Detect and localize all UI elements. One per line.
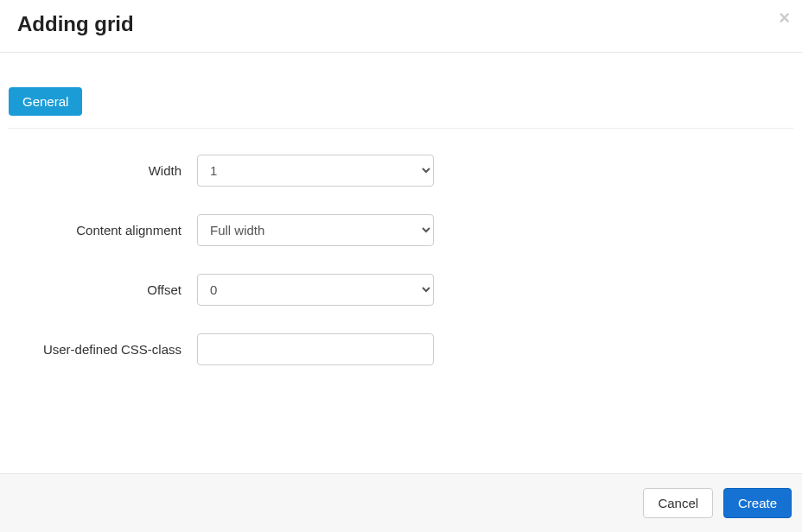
css-class-label: User-defined CSS-class (9, 342, 197, 357)
offset-select[interactable]: 0 (197, 274, 434, 306)
offset-label: Offset (9, 282, 197, 297)
tabs-bar: General (9, 61, 793, 129)
width-select[interactable]: 1 (197, 155, 434, 187)
content-alignment-select[interactable]: Full width (197, 214, 434, 246)
width-label: Width (9, 163, 197, 178)
css-class-input[interactable] (197, 333, 434, 365)
dialog-title: Adding grid (17, 12, 785, 36)
close-icon[interactable]: × (779, 9, 790, 28)
dialog-footer: Cancel Create (0, 473, 802, 532)
create-button[interactable]: Create (723, 488, 792, 518)
form: Width 1 Content alignment Full width Off… (9, 129, 793, 365)
tab-general[interactable]: General (9, 87, 82, 116)
content-alignment-label: Content alignment (9, 223, 197, 238)
cancel-button[interactable]: Cancel (643, 488, 713, 518)
